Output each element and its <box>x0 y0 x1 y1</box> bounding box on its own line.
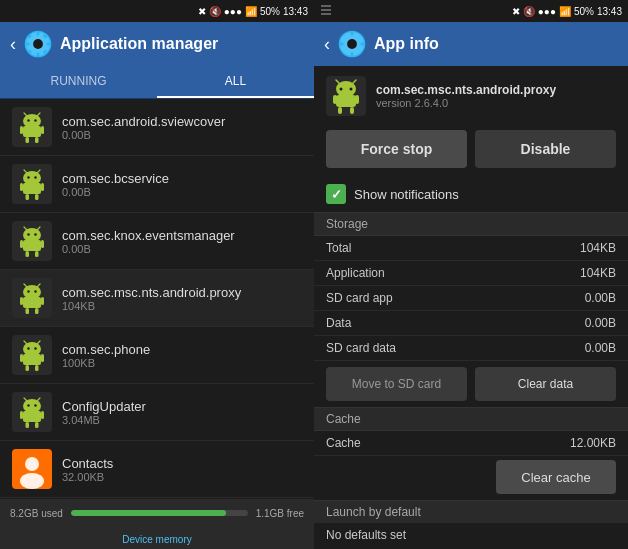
storage-row: SD card data 0.00B <box>314 336 628 361</box>
tabs-bar: RUNNING ALL <box>0 66 314 99</box>
clear-data-button[interactable]: Clear data <box>475 367 616 401</box>
memory-used: 8.2GB used <box>10 508 63 519</box>
app-name: com.sec.knox.eventsmanager <box>62 228 302 243</box>
app-name: ConfigUpdater <box>62 399 302 414</box>
bluetooth-icon: ✖ <box>198 6 206 17</box>
svg-rect-93 <box>351 52 354 56</box>
svg-rect-20 <box>35 137 39 143</box>
tab-running[interactable]: RUNNING <box>0 66 157 98</box>
svg-rect-41 <box>26 251 30 257</box>
svg-rect-2 <box>37 31 40 35</box>
storage-row: SD card app 0.00B <box>314 286 628 311</box>
app-name: com.sec.phone <box>62 342 302 357</box>
storage-action-buttons: Move to SD card Clear data <box>314 361 628 407</box>
list-item[interactable]: com.sec.bcservice 0.00B <box>0 156 314 213</box>
cache-rows: Cache 12.00KB <box>314 431 628 456</box>
back-button-right[interactable]: ‹ <box>324 34 330 55</box>
list-item[interactable]: com.sec.msc.nts.android.proxy 104KB <box>0 270 314 327</box>
app-version: version 2.6.4.0 <box>376 97 616 109</box>
svg-point-33 <box>23 228 41 242</box>
svg-point-44 <box>23 285 41 299</box>
cache-row: Cache 12.00KB <box>314 431 628 456</box>
svg-point-13 <box>27 119 29 121</box>
android-icon <box>12 278 52 318</box>
action-buttons: Force stop Disable <box>314 126 628 176</box>
svg-rect-29 <box>41 183 44 191</box>
svg-rect-74 <box>26 422 30 428</box>
svg-rect-106 <box>350 107 354 114</box>
cache-section-header: Cache <box>314 407 628 431</box>
svg-rect-52 <box>26 308 30 314</box>
app-icon-wrapper <box>12 392 52 432</box>
svg-point-46 <box>27 290 29 292</box>
contacts-icon <box>12 449 52 489</box>
storage-row: Total 104KB <box>314 236 628 261</box>
right-app-bar: ‹ App info <box>314 22 628 66</box>
app-info: com.sec.bcservice 0.00B <box>62 171 302 198</box>
list-item[interactable]: ConfigUpdater 3.04MB <box>0 384 314 441</box>
silent-icon: 🔇 <box>209 6 221 17</box>
svg-point-68 <box>27 404 29 406</box>
android-icon <box>12 221 52 261</box>
android-icon <box>12 335 52 375</box>
storage-row-label: SD card data <box>326 341 585 355</box>
svg-point-14 <box>34 119 36 121</box>
svg-rect-98 <box>336 95 356 107</box>
status-bar-right-left-icons <box>320 4 332 18</box>
svg-rect-64 <box>35 365 39 371</box>
storage-section-header: Storage <box>314 212 628 236</box>
left-panel: ✖ 🔇 ●●● 📶 50% 13:43 ‹ Application m <box>0 0 314 549</box>
list-item[interactable]: Contacts 32.00KB <box>0 441 314 498</box>
time-left: 13:43 <box>283 6 308 17</box>
svg-point-57 <box>27 347 29 349</box>
app-info-content: com.sec.msc.nts.android.proxy version 2.… <box>314 66 628 549</box>
clear-cache-button[interactable]: Clear cache <box>496 460 616 494</box>
svg-point-77 <box>25 457 39 471</box>
svg-rect-28 <box>20 183 23 191</box>
left-app-bar: ‹ Application manager <box>0 22 314 66</box>
app-info: com.sec.android.sviewcover 0.00B <box>62 114 302 141</box>
show-notifications-row[interactable]: Show notifications <box>314 176 628 212</box>
app-size: 0.00B <box>62 243 302 255</box>
status-bar-left-icons <box>6 4 22 18</box>
list-item[interactable]: com.sec.knox.eventsmanager 0.00B <box>0 213 314 270</box>
svg-rect-104 <box>355 95 359 104</box>
app-name: com.sec.msc.nts.android.proxy <box>62 285 302 300</box>
back-button-left[interactable]: ‹ <box>10 34 16 55</box>
app-size: 104KB <box>62 300 302 312</box>
svg-point-25 <box>34 176 36 178</box>
list-item[interactable]: com.sec.android.sviewcover 0.00B <box>0 99 314 156</box>
svg-rect-19 <box>26 137 30 143</box>
list-item[interactable]: com.sec.phone 100KB <box>0 327 314 384</box>
svg-point-100 <box>350 88 353 91</box>
app-info: Contacts 32.00KB <box>62 456 302 483</box>
cache-row-value: 12.00KB <box>570 436 616 450</box>
app-icon-wrapper <box>12 107 52 147</box>
settings-icon-left <box>24 30 52 58</box>
svg-rect-72 <box>20 411 23 419</box>
tab-all[interactable]: ALL <box>157 66 314 98</box>
battery-icon: 50% <box>260 6 280 17</box>
force-stop-button[interactable]: Force stop <box>326 130 467 168</box>
svg-rect-75 <box>35 422 39 428</box>
memory-bar <box>71 510 248 516</box>
clear-cache-wrapper: Clear cache <box>314 456 628 500</box>
signal-icon-right: ●●● <box>538 6 556 17</box>
svg-rect-51 <box>41 297 44 305</box>
svg-rect-105 <box>338 107 342 114</box>
svg-rect-67 <box>23 411 41 422</box>
wifi-icon: 📶 <box>245 6 257 17</box>
time-right: 13:43 <box>597 6 622 17</box>
svg-point-91 <box>347 39 357 49</box>
app-icon-wrapper <box>12 335 52 375</box>
storage-row-value: 0.00B <box>585 291 616 305</box>
app-info: com.sec.msc.nts.android.proxy 104KB <box>62 285 302 312</box>
app-size: 0.00B <box>62 129 302 141</box>
app-header-info: com.sec.msc.nts.android.proxy version 2.… <box>376 83 616 109</box>
storage-row-label: Data <box>326 316 585 330</box>
svg-rect-50 <box>20 297 23 305</box>
disable-button[interactable]: Disable <box>475 130 616 168</box>
app-info: ConfigUpdater 3.04MB <box>62 399 302 426</box>
show-notifications-checkbox[interactable] <box>326 184 346 204</box>
move-to-sd-button[interactable]: Move to SD card <box>326 367 467 401</box>
